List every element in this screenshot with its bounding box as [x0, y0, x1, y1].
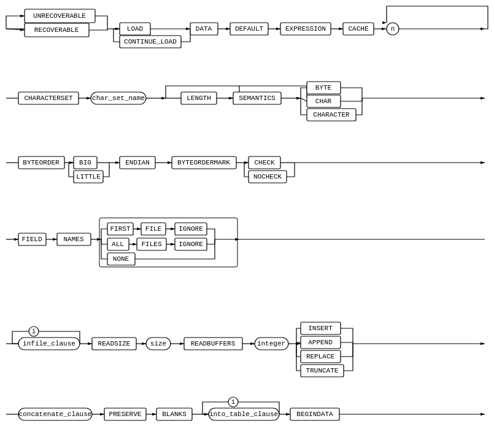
default-label: DEFAULT — [235, 25, 264, 33]
cache-label: CACHE — [348, 25, 368, 33]
recoverable-label: RECOVERABLE — [34, 26, 79, 34]
characterset-label: CHARACTERSET — [24, 95, 73, 102]
big-label: BIG — [79, 159, 91, 166]
append-label: APPEND — [308, 339, 333, 346]
data-label: DATA — [196, 25, 212, 33]
character-label: CHARACTER — [313, 111, 350, 118]
integer-label: integer — [257, 340, 285, 347]
length-label: LENGTH — [187, 95, 211, 102]
load-label: LOAD — [127, 25, 144, 33]
preserve-label: PRESERVE — [109, 411, 142, 418]
readbuffers-label: READBUFFERS — [191, 340, 236, 347]
little-label: LITTLE — [76, 173, 101, 180]
all-label: ALL — [112, 241, 124, 248]
begindata-label: BEGINDATA — [296, 411, 333, 418]
unrecoverable-label: UNRECOVERABLE — [33, 12, 86, 20]
field-label: FIELD — [21, 236, 42, 243]
check-label: CHECK — [254, 159, 274, 166]
endian-label: ENDIAN — [125, 159, 150, 166]
into-table-clause-label: into_table_clause — [209, 411, 278, 418]
continue-load-label: CONTINUE_LOAD — [124, 38, 177, 45]
infile-clause-label: infile_clause — [23, 340, 75, 347]
byteordermark-label: BYTEORDERMARK — [177, 159, 230, 166]
replace-label: REPLACE — [306, 353, 335, 360]
nocheck-label: NOCHECK — [253, 173, 282, 180]
file-label: FILE — [145, 225, 162, 233]
concatenate-clause-label: concatenate_clause — [19, 411, 92, 418]
size-label: size — [150, 340, 166, 347]
byteorder-label: BYTEORDER — [23, 159, 60, 166]
first-label: FIRST — [110, 225, 130, 233]
files-label: FILES — [141, 241, 161, 248]
insert-label: INSERT — [308, 325, 333, 332]
truncate-label: TRUNCATE — [306, 367, 339, 374]
ignore-second-label: IGNORE — [179, 241, 203, 248]
names-label: NAMES — [63, 236, 83, 243]
loop-label-row6: i — [231, 398, 236, 406]
expression-label: EXPRESSION — [285, 25, 326, 33]
readsize-label: READSIZE — [98, 340, 131, 347]
loop-label-row5: i — [32, 328, 36, 335]
byte-label: BYTE — [315, 84, 332, 91]
char-set-name-label: char_set_name — [92, 95, 145, 102]
ignore-first-label: IGNORE — [179, 225, 203, 233]
blanks-label: BLANKS — [162, 411, 187, 418]
none-label: NONE — [113, 255, 129, 263]
n-label: n — [391, 25, 395, 33]
semantics-label: SEMANTICS — [239, 95, 276, 102]
char-label: CHAR — [315, 98, 332, 105]
